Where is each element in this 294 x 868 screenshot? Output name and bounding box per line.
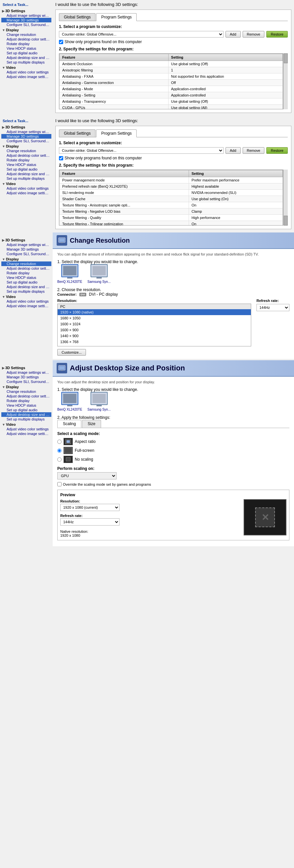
sidebar-item-rotate-4[interactable]: Rotate display <box>1 398 52 403</box>
radio-full-screen-input[interactable] <box>57 448 62 453</box>
scroll-indicator-1[interactable] <box>283 53 288 109</box>
sidebar-item-rotate-3[interactable]: Rotate display <box>1 271 52 275</box>
add-button-2[interactable]: Add <box>226 147 241 154</box>
monitor-item-samsung-4[interactable]: Samsung Syn... <box>88 392 111 411</box>
sidebar-item-video-color-4[interactable]: Adjust video color settings <box>1 427 52 431</box>
sidebar-item-multiple-3[interactable]: Set up multiple displays <box>1 289 52 294</box>
resolution-item-1[interactable]: 1680 × 1050 <box>58 315 251 321</box>
sidebar-item-sli-3[interactable]: Configure SLI, Surround, PhysX <box>1 252 52 256</box>
sidebar-item-adjust-image-2[interactable]: Adjust image settings with preview <box>1 129 52 134</box>
sidebar-item-hdcp-1[interactable]: View HDCP status <box>1 46 52 51</box>
sidebar-item-adjust-3[interactable]: Adjust image settings with preview <box>1 242 52 247</box>
program-select-2[interactable]: Counter-strike: Global Offensive... <box>59 147 224 154</box>
sidebar-item-rotate-2[interactable]: Rotate display <box>1 158 52 162</box>
sidebar-item-color-1[interactable]: Adjust desktop color settings <box>1 37 52 41</box>
sidebar-item-change-res-1[interactable]: Change resolution <box>1 32 52 37</box>
remove-button-1[interactable]: Remove <box>242 31 265 37</box>
sidebar-item-multiple-4[interactable]: Set up multiple displays <box>1 417 52 422</box>
restore-button-2[interactable]: Restore <box>266 147 288 154</box>
sidebar-item-hdcp-2[interactable]: View HDCP status <box>1 162 52 167</box>
resolution-select-4[interactable]: 1920 x 1080 (current) <box>60 504 120 511</box>
sidebar-item-sli-4[interactable]: Configure SLI, Surround, PhysX <box>1 379 52 384</box>
sidebar-item-manage-3d-1[interactable]: Manage 3D settings <box>1 18 52 22</box>
tab-program-1[interactable]: Program Settings <box>96 13 137 21</box>
sidebar-item-multiple-2[interactable]: Set up multiple displays <box>1 176 52 181</box>
feature-table-container-1[interactable]: Feature Setting Ambient OcclusionUse glo… <box>59 53 283 109</box>
resolution-item-3[interactable]: 1600 × 900 <box>58 327 251 333</box>
sidebar-item-change-res-2[interactable]: Change resolution <box>1 149 52 153</box>
sidebar-item-color-3[interactable]: Adjust desktop color settings <box>1 266 52 271</box>
sidebar-item-desktop-size-4[interactable]: Adjust desktop size and position <box>1 412 52 417</box>
remove-button-2[interactable]: Remove <box>242 147 265 154</box>
table-row[interactable]: SLI rendering modeNVIDIA recommended (SL… <box>60 190 283 196</box>
feature-table-container-2[interactable]: Feature Setting Power management modePre… <box>59 169 283 225</box>
tab-global-2[interactable]: Global Settings <box>59 129 96 137</box>
show-only-checkbox-1[interactable] <box>59 40 63 44</box>
sidebar-item-manage-3[interactable]: Manage 3D settings <box>1 247 52 252</box>
sidebar-item-color-2[interactable]: Adjust desktop color settings <box>1 153 52 158</box>
sidebar-item-desktop-size-1[interactable]: Adjust desktop size and position <box>1 55 52 60</box>
resolution-list[interactable]: PC 1920 × 1080 (native) 1680 × 1050 1600… <box>57 304 251 346</box>
resolution-item-4[interactable]: 1440 × 900 <box>58 333 251 339</box>
sidebar-item-multiple-1[interactable]: Set up multiple displays <box>1 60 52 65</box>
scroll-indicator-2[interactable] <box>283 169 288 225</box>
table-row[interactable]: Texture filtering - Trilinear optimizati… <box>60 221 283 226</box>
monitor-item-samsung-3[interactable]: Samsung Syn... <box>88 264 111 283</box>
sidebar-item-desktop-size-2[interactable]: Adjust desktop size and position <box>1 172 52 176</box>
table-row[interactable]: Ambient OcclusionUse global setting (Off… <box>60 61 283 67</box>
override-checkbox[interactable] <box>57 482 62 486</box>
sidebar-item-video-image-3[interactable]: Adjust video image settings <box>1 304 52 308</box>
monitor-item-benq-3[interactable]: BenQ XL2420TE <box>57 264 82 283</box>
radio-no-scaling-input[interactable] <box>57 457 62 462</box>
radio-aspect-ratio-input[interactable] <box>57 440 62 444</box>
table-row[interactable]: Antialiasing - Gamma correctionOff <box>60 80 283 86</box>
table-row[interactable]: Power management modePrefer maximum perf… <box>60 177 283 183</box>
sidebar-item-adjust-4[interactable]: Adjust image settings with preview <box>1 370 52 375</box>
refresh-select-4[interactable]: 144Hz <box>60 518 120 526</box>
table-row[interactable]: Antialiasing - ModeApplication-controlle… <box>60 86 283 92</box>
sidebar-item-desktop-size-3[interactable]: Adjust desktop size and position <box>1 284 52 289</box>
add-button-1[interactable]: Add <box>226 31 241 37</box>
sidebar-item-video-image-4[interactable]: Adjust video image settings <box>1 431 52 436</box>
perform-scaling-select[interactable]: GPU Display <box>57 472 117 479</box>
sidebar-item-configure-sli-1[interactable]: Configure SLI, Surround, PhysX <box>1 22 52 27</box>
table-row[interactable]: Antialiasing - SettingApplication-contro… <box>60 92 283 98</box>
sidebar-item-video-color-2[interactable]: Adjust video color settings <box>1 186 52 191</box>
sidebar-item-configure-sli-2[interactable]: Configure SLI, Surround, PhysX <box>1 138 52 143</box>
sidebar-item-audio-3[interactable]: Set up digital audio <box>1 280 52 284</box>
sidebar-item-audio-2[interactable]: Set up digital audio <box>1 167 52 172</box>
sidebar-item-video-image-2[interactable]: Adjust video image settings <box>1 191 52 195</box>
tab-size[interactable]: Size <box>82 420 101 428</box>
sidebar-item-rotate-1[interactable]: Rotate display <box>1 41 52 46</box>
sidebar-item-color-4[interactable]: Adjust desktop color settings <box>1 394 52 398</box>
sidebar-item-manage-3d-2[interactable]: Manage 3D settings <box>1 134 52 138</box>
program-select-1[interactable]: Counter-strike: Global Offensive... <box>59 31 224 37</box>
sidebar-item-change-res-3[interactable]: Change resolution <box>1 261 52 266</box>
table-row[interactable]: Texture filtering - Anisotropic sample o… <box>60 202 283 209</box>
sidebar-item-manage-4[interactable]: Manage 3D settings <box>1 375 52 379</box>
resolution-item-native[interactable]: 1920 × 1080 (native) <box>58 309 251 315</box>
sidebar-item-change-res-4[interactable]: Change resolution <box>1 389 52 394</box>
table-row[interactable]: Shader CacheUse global setting (On) <box>60 196 283 202</box>
monitor-item-benq-4[interactable]: BenQ XL2420TE <box>57 392 82 411</box>
sidebar-item-video-color-3[interactable]: Adjust video color settings <box>1 299 52 304</box>
tab-global-1[interactable]: Global Settings <box>59 13 96 21</box>
table-row[interactable]: Texture filtering - QualityHigh performa… <box>60 215 283 221</box>
tab-scaling[interactable]: Scaling <box>57 420 81 428</box>
refresh-rate-select-3[interactable]: 144Hz <box>257 304 289 311</box>
table-row[interactable]: Antialiasing - FXAANot supported for thi… <box>60 73 283 80</box>
sidebar-item-video-image-1[interactable]: Adjust video image settings <box>1 74 52 79</box>
sidebar-item-video-color-1[interactable]: Adjust video color settings <box>1 70 52 74</box>
resolution-item-6[interactable]: 1360 × 768 <box>58 345 251 346</box>
table-row[interactable]: CUDA - GPUsUse global setting (All) <box>60 105 283 110</box>
table-row[interactable]: Anisotropic filtering1 <box>60 67 283 73</box>
restore-button-1[interactable]: Restore <box>266 31 288 37</box>
table-row[interactable]: Texture filtering - Negative LOD biasCla… <box>60 209 283 215</box>
sidebar-item-adjust-image-1[interactable]: Adjust image settings with preview <box>1 13 52 18</box>
show-only-checkbox-2[interactable] <box>59 156 63 160</box>
resolution-item-5[interactable]: 1366 × 768 <box>58 339 251 345</box>
table-row[interactable]: Preferred refresh rate (BenQ XL2420TE)Hi… <box>60 183 283 190</box>
sidebar-item-audio-1[interactable]: Set up digital audio <box>1 51 52 55</box>
customize-button[interactable]: Customize... <box>57 349 86 355</box>
sidebar-item-hdcp-4[interactable]: View HDCP status <box>1 403 52 408</box>
